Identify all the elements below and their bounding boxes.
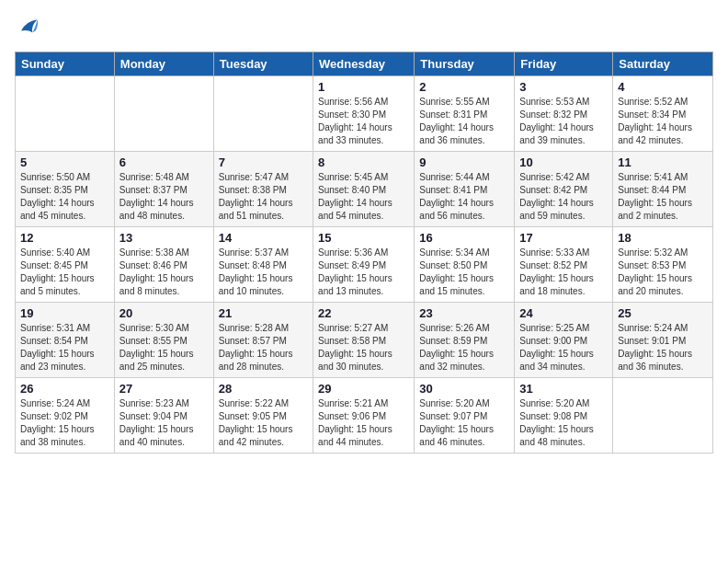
calendar-cell	[114, 76, 213, 152]
calendar-cell: 2 Sunrise: 5:55 AMSunset: 8:31 PMDayligh…	[415, 76, 515, 152]
day-info: Sunrise: 5:33 AMSunset: 8:52 PMDaylight:…	[519, 247, 608, 298]
day-info: Sunrise: 5:53 AMSunset: 8:32 PMDaylight:…	[519, 96, 608, 147]
calendar-week-row: 5 Sunrise: 5:50 AMSunset: 8:35 PMDayligh…	[16, 152, 713, 227]
day-number: 21	[219, 306, 308, 320]
day-info: Sunrise: 5:27 AMSunset: 8:58 PMDaylight:…	[318, 322, 409, 373]
day-number: 27	[119, 382, 209, 396]
weekday-header-saturday: Saturday	[613, 52, 713, 76]
day-number: 18	[618, 231, 708, 245]
day-info: Sunrise: 5:20 AMSunset: 9:08 PMDaylight:…	[519, 397, 608, 449]
day-info: Sunrise: 5:31 AMSunset: 8:54 PMDaylight:…	[20, 322, 109, 373]
day-info: Sunrise: 5:24 AMSunset: 9:01 PMDaylight:…	[618, 322, 708, 373]
day-info: Sunrise: 5:28 AMSunset: 8:57 PMDaylight:…	[219, 322, 308, 373]
calendar-cell: 22 Sunrise: 5:27 AMSunset: 8:58 PMDaylig…	[313, 303, 415, 378]
day-number: 6	[119, 155, 209, 169]
day-number: 26	[20, 382, 109, 396]
day-number: 5	[20, 155, 109, 169]
day-info: Sunrise: 5:36 AMSunset: 8:49 PMDaylight:…	[318, 247, 409, 298]
calendar-cell: 13 Sunrise: 5:38 AMSunset: 8:46 PMDaylig…	[114, 227, 213, 303]
page-header	[15, 15, 713, 40]
day-number: 14	[219, 231, 308, 245]
day-number: 20	[119, 306, 209, 320]
day-number: 12	[20, 231, 109, 245]
calendar-cell: 20 Sunrise: 5:30 AMSunset: 8:55 PMDaylig…	[114, 303, 213, 378]
calendar-cell: 17 Sunrise: 5:33 AMSunset: 8:52 PMDaylig…	[515, 227, 613, 303]
calendar-week-row: 12 Sunrise: 5:40 AMSunset: 8:45 PMDaylig…	[16, 227, 713, 303]
day-number: 29	[318, 382, 409, 396]
day-number: 3	[519, 80, 608, 94]
day-number: 28	[219, 382, 308, 396]
weekday-header-row: SundayMondayTuesdayWednesdayThursdayFrid…	[16, 52, 713, 76]
day-number: 16	[419, 231, 509, 245]
calendar-cell: 5 Sunrise: 5:50 AMSunset: 8:35 PMDayligh…	[16, 152, 115, 227]
day-number: 10	[519, 155, 608, 169]
day-info: Sunrise: 5:25 AMSunset: 9:00 PMDaylight:…	[519, 322, 608, 373]
calendar-cell	[613, 378, 713, 454]
calendar-cell: 29 Sunrise: 5:21 AMSunset: 9:06 PMDaylig…	[313, 378, 415, 454]
logo	[15, 15, 44, 40]
day-number: 1	[318, 80, 409, 94]
calendar-cell: 4 Sunrise: 5:52 AMSunset: 8:34 PMDayligh…	[613, 76, 713, 152]
calendar-cell: 7 Sunrise: 5:47 AMSunset: 8:38 PMDayligh…	[213, 152, 313, 227]
calendar-week-row: 26 Sunrise: 5:24 AMSunset: 9:02 PMDaylig…	[16, 378, 713, 454]
day-info: Sunrise: 5:34 AMSunset: 8:50 PMDaylight:…	[419, 247, 509, 298]
calendar-cell: 24 Sunrise: 5:25 AMSunset: 9:00 PMDaylig…	[515, 303, 613, 378]
day-number: 15	[318, 231, 409, 245]
day-number: 17	[519, 231, 608, 245]
day-info: Sunrise: 5:30 AMSunset: 8:55 PMDaylight:…	[119, 322, 209, 373]
calendar-cell: 9 Sunrise: 5:44 AMSunset: 8:41 PMDayligh…	[415, 152, 515, 227]
calendar-cell: 16 Sunrise: 5:34 AMSunset: 8:50 PMDaylig…	[415, 227, 515, 303]
day-info: Sunrise: 5:47 AMSunset: 8:38 PMDaylight:…	[219, 171, 308, 223]
weekday-header-sunday: Sunday	[16, 52, 115, 76]
day-info: Sunrise: 5:20 AMSunset: 9:07 PMDaylight:…	[419, 397, 509, 449]
day-number: 9	[419, 155, 509, 169]
day-number: 22	[318, 306, 409, 320]
calendar-cell	[213, 76, 313, 152]
day-info: Sunrise: 5:52 AMSunset: 8:34 PMDaylight:…	[618, 96, 708, 147]
weekday-header-tuesday: Tuesday	[213, 52, 313, 76]
calendar-cell: 10 Sunrise: 5:42 AMSunset: 8:42 PMDaylig…	[515, 152, 613, 227]
weekday-header-thursday: Thursday	[415, 52, 515, 76]
calendar-cell: 19 Sunrise: 5:31 AMSunset: 8:54 PMDaylig…	[16, 303, 115, 378]
day-number: 11	[618, 155, 708, 169]
calendar-cell	[16, 76, 115, 152]
weekday-header-wednesday: Wednesday	[313, 52, 415, 76]
calendar-cell: 26 Sunrise: 5:24 AMSunset: 9:02 PMDaylig…	[16, 378, 115, 454]
day-number: 7	[219, 155, 308, 169]
calendar-cell: 8 Sunrise: 5:45 AMSunset: 8:40 PMDayligh…	[313, 152, 415, 227]
calendar-cell: 21 Sunrise: 5:28 AMSunset: 8:57 PMDaylig…	[213, 303, 313, 378]
day-number: 30	[419, 382, 509, 396]
day-info: Sunrise: 5:50 AMSunset: 8:35 PMDaylight:…	[20, 171, 109, 223]
day-number: 24	[519, 306, 608, 320]
calendar-cell: 1 Sunrise: 5:56 AMSunset: 8:30 PMDayligh…	[313, 76, 415, 152]
day-info: Sunrise: 5:40 AMSunset: 8:45 PMDaylight:…	[20, 247, 109, 298]
day-number: 8	[318, 155, 409, 169]
calendar-cell: 11 Sunrise: 5:41 AMSunset: 8:44 PMDaylig…	[613, 152, 713, 227]
day-info: Sunrise: 5:38 AMSunset: 8:46 PMDaylight:…	[119, 247, 209, 298]
calendar-cell: 15 Sunrise: 5:36 AMSunset: 8:49 PMDaylig…	[313, 227, 415, 303]
day-info: Sunrise: 5:22 AMSunset: 9:05 PMDaylight:…	[219, 397, 308, 449]
logo-icon	[15, 15, 40, 40]
calendar-cell: 3 Sunrise: 5:53 AMSunset: 8:32 PMDayligh…	[515, 76, 613, 152]
calendar-week-row: 1 Sunrise: 5:56 AMSunset: 8:30 PMDayligh…	[16, 76, 713, 152]
calendar-cell: 28 Sunrise: 5:22 AMSunset: 9:05 PMDaylig…	[213, 378, 313, 454]
calendar-cell: 12 Sunrise: 5:40 AMSunset: 8:45 PMDaylig…	[16, 227, 115, 303]
day-number: 31	[519, 382, 608, 396]
day-info: Sunrise: 5:42 AMSunset: 8:42 PMDaylight:…	[519, 171, 608, 223]
calendar-cell: 30 Sunrise: 5:20 AMSunset: 9:07 PMDaylig…	[415, 378, 515, 454]
day-number: 25	[618, 306, 708, 320]
day-info: Sunrise: 5:32 AMSunset: 8:53 PMDaylight:…	[618, 247, 708, 298]
calendar-table: SundayMondayTuesdayWednesdayThursdayFrid…	[15, 52, 713, 454]
day-info: Sunrise: 5:56 AMSunset: 8:30 PMDaylight:…	[318, 96, 409, 147]
weekday-header-friday: Friday	[515, 52, 613, 76]
day-info: Sunrise: 5:45 AMSunset: 8:40 PMDaylight:…	[318, 171, 409, 223]
day-info: Sunrise: 5:37 AMSunset: 8:48 PMDaylight:…	[219, 247, 308, 298]
calendar-week-row: 19 Sunrise: 5:31 AMSunset: 8:54 PMDaylig…	[16, 303, 713, 378]
calendar-cell: 25 Sunrise: 5:24 AMSunset: 9:01 PMDaylig…	[613, 303, 713, 378]
day-number: 23	[419, 306, 509, 320]
calendar-cell: 27 Sunrise: 5:23 AMSunset: 9:04 PMDaylig…	[114, 378, 213, 454]
day-info: Sunrise: 5:21 AMSunset: 9:06 PMDaylight:…	[318, 397, 409, 449]
day-info: Sunrise: 5:24 AMSunset: 9:02 PMDaylight:…	[20, 397, 109, 449]
day-info: Sunrise: 5:23 AMSunset: 9:04 PMDaylight:…	[119, 397, 209, 449]
day-info: Sunrise: 5:48 AMSunset: 8:37 PMDaylight:…	[119, 171, 209, 223]
